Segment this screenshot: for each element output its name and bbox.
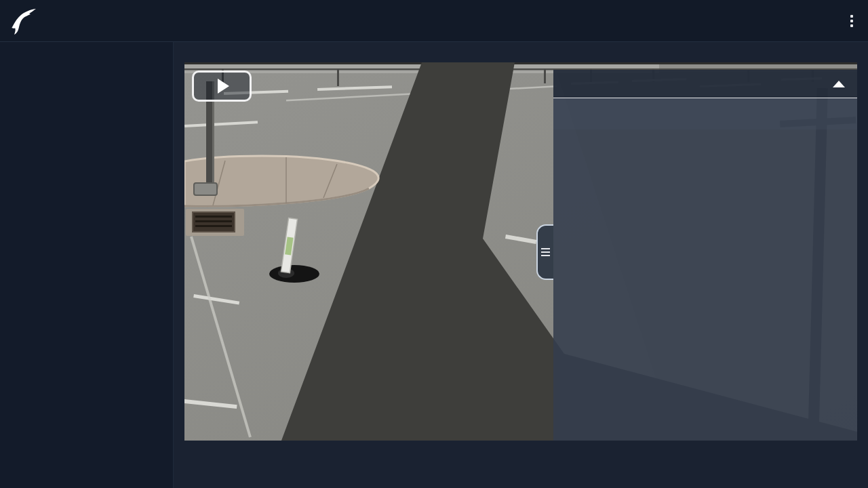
events-date-header[interactable]: [553, 70, 857, 98]
panel-drag-handle-icon[interactable]: [536, 224, 553, 280]
kebab-menu-icon[interactable]: [846, 11, 857, 31]
event-list: [553, 129, 857, 441]
collapse-arrow-icon[interactable]: [833, 81, 845, 87]
events-panel: [553, 70, 857, 441]
frigate-bird-logo[interactable]: [11, 6, 38, 36]
play-icon: [218, 79, 229, 94]
recording-video-player[interactable]: [184, 62, 857, 441]
top-app-bar: [0, 0, 868, 42]
sidebar: [0, 42, 174, 488]
play-button[interactable]: [192, 70, 252, 102]
page-title: [174, 42, 868, 62]
main-content: [174, 42, 868, 488]
events-hour-row[interactable]: [553, 98, 857, 129]
